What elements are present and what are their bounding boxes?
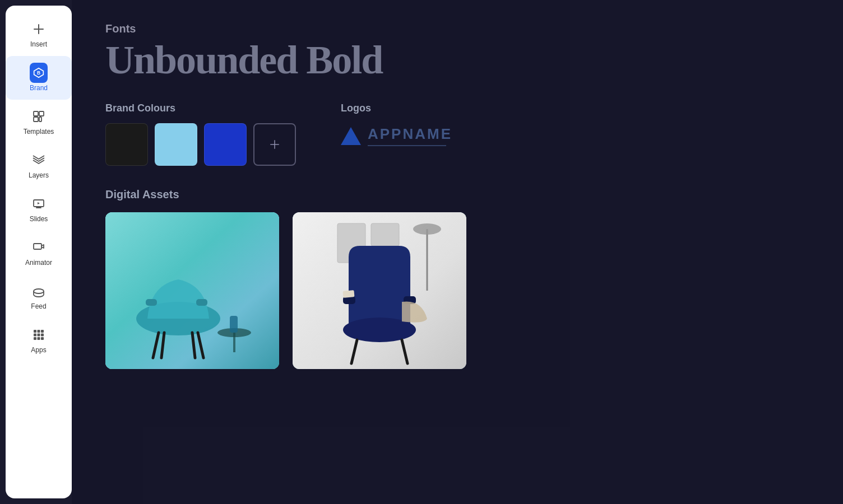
brand-section-row: Brand Colours Logos (105, 102, 809, 166)
sidebar-item-insert[interactable]: Insert (6, 12, 72, 56)
svg-rect-36 (230, 316, 238, 333)
svg-rect-10 (34, 244, 41, 249)
sidebar-item-layers-label: Layers (29, 171, 49, 179)
digital-assets-label: Digital Assets (105, 188, 809, 201)
logo-display: APPNAME (341, 125, 452, 146)
svg-rect-29 (196, 299, 207, 306)
color-swatch-cyan[interactable] (155, 123, 197, 166)
asset-card-navy-chair[interactable] (293, 212, 466, 369)
fonts-label: Fonts (105, 22, 809, 35)
asset-card-cyan-chair[interactable] (105, 212, 279, 369)
svg-rect-22 (38, 337, 40, 340)
logos-section: Logos APPNAME (341, 102, 452, 146)
svg-rect-20 (41, 334, 44, 337)
sidebar-item-templates-label: Templates (24, 128, 54, 136)
color-swatch-blue[interactable] (204, 123, 247, 166)
svg-rect-15 (34, 330, 36, 333)
font-demo: Unbounded Bold (105, 40, 809, 80)
svg-rect-47 (343, 290, 355, 298)
sidebar-item-templates[interactable]: Templates (6, 100, 72, 143)
insert-icon (30, 20, 48, 38)
sidebar-item-feed[interactable]: Feed (6, 274, 72, 318)
svg-rect-17 (41, 330, 44, 333)
sidebar: Insert B Brand Templates (6, 6, 72, 498)
sidebar-item-layers[interactable]: Layers (6, 143, 72, 187)
sidebar-item-apps[interactable]: Apps (6, 318, 72, 362)
sidebar-item-apps-label: Apps (31, 346, 46, 354)
svg-point-39 (413, 223, 441, 235)
sidebar-item-slides[interactable]: Slides (6, 187, 72, 231)
svg-rect-21 (34, 337, 36, 340)
logo-text: APPNAME (368, 125, 452, 146)
svg-marker-9 (38, 202, 40, 204)
svg-rect-16 (38, 330, 40, 333)
layers-icon (30, 151, 48, 169)
svg-rect-7 (39, 117, 41, 122)
sidebar-item-animator[interactable]: Animator (6, 231, 72, 274)
templates-icon (30, 108, 48, 125)
sidebar-item-animator-label: Animator (25, 259, 52, 267)
svg-rect-6 (34, 117, 38, 122)
sidebar-item-slides-label: Slides (30, 215, 48, 223)
animator-icon (30, 239, 48, 256)
color-swatches (105, 123, 296, 166)
brand-colors-label: Brand Colours (105, 102, 296, 114)
sidebar-item-brand[interactable]: B Brand (6, 56, 72, 100)
svg-rect-35 (233, 333, 235, 352)
svg-rect-18 (34, 334, 36, 337)
svg-rect-28 (146, 299, 157, 306)
cyan-chair-bg (105, 212, 279, 369)
assets-grid (105, 212, 809, 369)
brand-colors-section: Brand Colours (105, 102, 296, 166)
color-swatch-black[interactable] (105, 123, 148, 166)
svg-rect-41 (371, 223, 399, 246)
logos-label: Logos (341, 102, 452, 114)
svg-text:B: B (37, 70, 40, 76)
apps-icon (30, 326, 48, 344)
slides-icon (30, 195, 48, 213)
svg-rect-19 (38, 334, 40, 337)
sidebar-item-brand-label: Brand (30, 84, 48, 92)
main-content: Fonts Unbounded Bold Brand Colours (72, 0, 843, 504)
logo-triangle-icon (341, 127, 361, 145)
color-swatch-add[interactable] (253, 123, 296, 166)
svg-point-11 (34, 289, 44, 293)
sidebar-item-feed-label: Feed (31, 302, 46, 310)
feed-icon (30, 282, 48, 300)
svg-rect-5 (39, 111, 44, 116)
sidebar-item-insert-label: Insert (30, 40, 47, 48)
svg-rect-23 (41, 337, 44, 340)
svg-rect-4 (34, 111, 38, 116)
content-wrapper: Fonts Unbounded Bold Brand Colours (105, 22, 809, 369)
brand-icon: B (30, 64, 48, 82)
